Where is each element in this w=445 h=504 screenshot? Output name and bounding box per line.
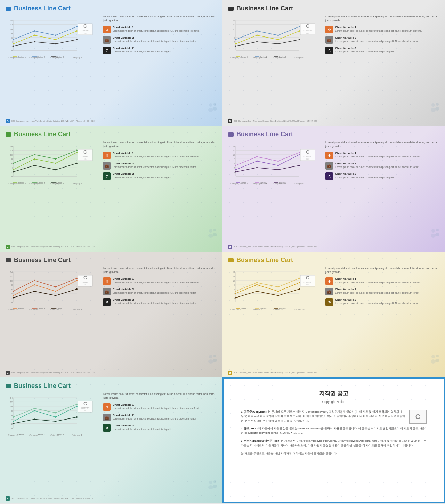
chart-item-desc-3: Lorem ipsum dolor sit amet, consectetur … [113,428,217,431]
chart-item-desc-1: Lorem ipsum dolor sit amet, consectetur … [113,407,217,410]
footer-text: B2B Company, Inc. | New York Empire Stat… [234,372,317,374]
svg-text:0: 0 [234,301,235,303]
slide-header: Business Line Cart [6,131,217,138]
chart-item-2: 💼 Chart Variable 2 Lorem ipsum dolor sit… [325,36,439,44]
svg-point-166 [235,169,236,170]
svg-point-47 [213,107,217,111]
chart-item-title-3: Chart Variable 2 [335,47,439,50]
chart-item-icon-3: ⚗ [103,172,111,180]
svg-text:4: 4 [11,41,13,43]
chart-item-text-1: Chart Variable 1 Lorem ipsum dolor sit a… [113,277,217,285]
chart-item-text-3: Chart Variable 2 Lorem ipsum dolor sit a… [113,298,217,306]
svg-point-266 [235,291,236,292]
slide-5: Business Line Cart .axis-label { font-si… [0,252,222,377]
svg-text:Series 2: Series 2 [260,56,268,58]
svg-point-317 [76,404,78,405]
svg-text:Series 2: Series 2 [37,182,45,184]
slide-desc: Lorem ipsum dolor sit amet, consectetur … [325,15,439,22]
copyright-section-title-1: 1. 저작권(Copyright) [241,410,267,413]
svg-point-80 [277,43,279,44]
chart-item-icon-1: ⚙ [103,152,111,159]
chart-item-title-1: Chart Variable 1 [113,26,217,29]
svg-point-143 [213,233,217,236]
chart-item-desc-2: Lorem ipsum dolor sit amet, consectetur … [335,165,439,169]
svg-point-27 [34,30,35,32]
chart-item-icon-2: 💼 [103,162,111,170]
svg-point-236 [209,355,212,358]
svg-point-268 [277,286,279,288]
svg-text:C: C [83,23,87,29]
svg-text:14: 14 [233,145,235,147]
svg-point-214 [13,295,14,296]
svg-point-129 [76,163,78,164]
slide-footer: B B2B Company, Inc. | New York Empire St… [6,369,217,375]
slide-title: Business Line Cart [236,131,293,138]
svg-point-167 [256,161,258,162]
svg-text:2: 2 [234,46,235,48]
svg-text:COMPANY: COMPANY [304,281,313,283]
chart-item-2: 💼 Chart Variable 2 Lorem ipsum dolor sit… [103,414,217,421]
svg-point-267 [256,282,258,283]
svg-text:C: C [306,275,309,281]
svg-text:Series 2: Series 2 [260,308,268,310]
chart-item-desc-3: Lorem ipsum dolor sit amet, consectetur … [335,50,439,53]
svg-text:Category 4: Category 4 [72,182,82,185]
slide-title: Business Line Cart [14,5,71,12]
chart-item-1: ⚙ Chart Variable 1 Lorem ipsum dolor sit… [325,26,439,33]
svg-point-33 [76,39,78,40]
chart-item-1: ⚙ Chart Variable 1 Lorem ipsum dolor sit… [103,152,217,159]
slide-grid: Business Line Cart .axis-label { font-si… [0,0,445,503]
chart-item-text-1: Chart Variable 1 Lorem ipsum dolor sit a… [335,152,439,159]
svg-point-314 [13,416,14,418]
svg-point-335 [213,485,217,488]
chart-item-title-1: Chart Variable 1 [335,277,439,281]
svg-text:COMPANY: COMPANY [81,281,90,283]
chart-item-text-3: Chart Variable 2 Lorem ipsum dolor sit a… [335,47,439,54]
svg-point-118 [13,169,14,170]
svg-point-217 [76,280,78,281]
svg-point-189 [431,234,436,238]
chart-item-icon-2: 💼 [103,288,111,295]
slide-footer: B B2B Company, Inc. | New York Empire St… [6,117,217,123]
chart-item-title-3: Chart Variable 2 [113,47,217,50]
svg-text:2: 2 [11,171,13,173]
copyright-content: 저작권 공고 Copyright Notice C 1. 저작권(Copyrig… [224,379,444,466]
svg-text:C: C [306,23,309,29]
chart-item-text-1: Chart Variable 1 Lorem ipsum dolor sit a… [113,152,217,159]
svg-text:0: 0 [11,50,13,52]
svg-point-24 [55,39,56,40]
svg-point-313 [76,406,78,407]
slide-4: Business Line Cart .axis-label { font-si… [222,126,445,252]
svg-text:Series 2: Series 2 [37,308,45,310]
svg-text:Series 1: Series 1 [241,308,249,310]
svg-text:14: 14 [10,397,13,399]
svg-point-237 [208,359,213,364]
svg-text:COMPANY: COMPANY [81,155,90,157]
chart-item-1: ⚙ Chart Variable 1 Lorem ipsum dolor sit… [103,26,217,33]
svg-text:Category 1: Category 1 [230,57,241,59]
svg-text:C: C [83,401,87,406]
svg-point-319 [34,418,35,420]
svg-text:C: C [83,149,87,155]
chart-item-desc-2: Lorem ipsum dolor sit amet, consectetur … [113,165,217,169]
svg-text:12: 12 [10,275,13,277]
svg-text:4: 4 [234,41,235,43]
right-panel: Lorem ipsum dolor sit amet, consectetur … [325,267,439,367]
slide-2: Business Line Cart .axis-label { font-si… [222,0,445,126]
svg-text:Series 3: Series 3 [279,308,287,310]
chart-item-title-2: Chart Variable 2 [113,162,217,165]
chart-item-title-2: Chart Variable 2 [113,36,217,39]
svg-text:4: 4 [11,293,13,295]
svg-text:10: 10 [10,154,13,156]
right-panel: Lorem ipsum dolor sit amet, consectetur … [103,141,217,242]
chart-item-text-3: Chart Variable 2 Lorem ipsum dolor sit a… [113,172,217,180]
svg-text:12: 12 [233,275,235,277]
svg-text:INC.: INC. [84,32,87,34]
content-row: .axis-label { font-size: 6px; fill: #888… [6,15,217,116]
svg-point-320 [55,421,56,422]
chart-item-icon-3: ⚗ [325,298,333,306]
svg-point-284 [431,355,435,358]
svg-point-310 [13,421,14,422]
svg-point-332 [209,481,212,484]
svg-text:14: 14 [233,271,235,273]
